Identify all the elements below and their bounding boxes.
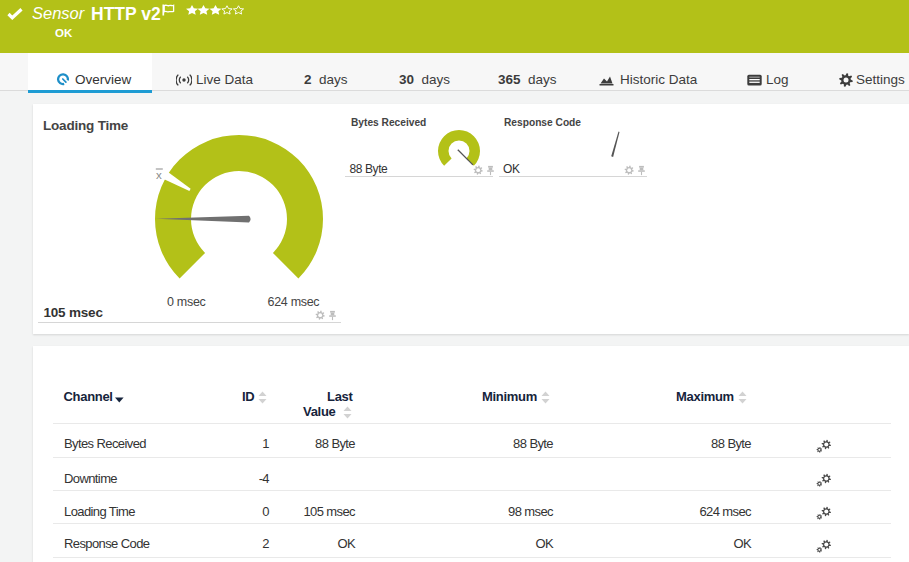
svg-text:x: x (156, 169, 162, 181)
